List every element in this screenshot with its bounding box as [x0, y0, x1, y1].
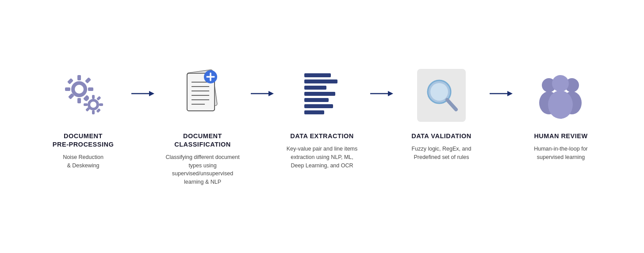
- svg-rect-2: [77, 98, 81, 103]
- step-title-classification: DOCUMENT CLASSIFICATION: [174, 132, 231, 149]
- svg-rect-10: [92, 95, 95, 99]
- svg-rect-13: [99, 103, 103, 106]
- svg-rect-42: [304, 79, 337, 83]
- icon-area-validation: [415, 67, 468, 124]
- search-background: [417, 69, 466, 122]
- step-desc-classification: Classifying different document types usi…: [165, 153, 240, 186]
- magnifier-icon: [422, 73, 461, 117]
- svg-rect-46: [304, 104, 333, 108]
- arrow-2: [247, 89, 278, 98]
- icon-area-classification: [176, 67, 229, 124]
- arrow-4: [486, 89, 517, 98]
- svg-rect-4: [88, 87, 93, 91]
- people-icon: [537, 71, 585, 120]
- pipeline-diagram: DOCUMENT PRE-PROCESSING Noise Reduction …: [0, 53, 644, 200]
- svg-rect-44: [304, 92, 335, 96]
- svg-rect-41: [304, 73, 331, 77]
- svg-rect-47: [304, 110, 324, 114]
- svg-rect-5: [67, 78, 73, 84]
- step-title-validation: DATA VALIDATION: [411, 132, 472, 140]
- step-title-extraction: DATA EXTRACTION: [290, 132, 353, 140]
- step-data-validation: DATA VALIDATION Fuzzy logic, RegEx, and …: [397, 67, 486, 161]
- svg-rect-45: [304, 98, 329, 102]
- gears-icon: [59, 71, 107, 120]
- svg-rect-3: [65, 87, 70, 91]
- document-plus-icon: [180, 69, 225, 122]
- data-lines-icon: [300, 69, 344, 122]
- svg-rect-17: [96, 96, 101, 101]
- svg-point-51: [430, 83, 448, 101]
- step-doc-classification: DOCUMENT CLASSIFICATION Classifying diff…: [158, 67, 247, 186]
- svg-point-60: [548, 91, 573, 119]
- icon-area-extraction: [295, 67, 349, 124]
- svg-rect-8: [85, 77, 91, 83]
- step-doc-preprocessing: DOCUMENT PRE-PROCESSING Noise Reduction …: [39, 67, 127, 170]
- step-desc-extraction: Key-value pair and line items extraction…: [284, 145, 360, 170]
- svg-rect-12: [84, 103, 88, 106]
- step-desc-preprocessing: Noise Reduction & Deskewing: [63, 153, 104, 170]
- svg-point-59: [552, 75, 569, 92]
- step-title-preprocessing: DOCUMENT PRE-PROCESSING: [53, 132, 114, 149]
- svg-rect-11: [92, 110, 95, 114]
- svg-marker-49: [388, 91, 393, 96]
- svg-rect-43: [304, 86, 326, 90]
- svg-rect-1: [77, 75, 81, 80]
- svg-marker-54: [507, 91, 513, 96]
- step-desc-validation: Fuzzy logic, RegEx, and Predefined set o…: [404, 145, 479, 162]
- arrow-1: [127, 89, 158, 98]
- svg-marker-19: [149, 91, 154, 96]
- svg-point-0: [73, 83, 85, 95]
- icon-area-preprocessing: [57, 67, 110, 124]
- svg-point-9: [89, 100, 98, 109]
- step-title-review: HUMAN REVIEW: [534, 132, 587, 140]
- step-desc-review: Human-in-the-loop for supervised learnin…: [523, 145, 598, 162]
- step-data-extraction: DATA EXTRACTION Key-value pair and line …: [278, 67, 366, 170]
- svg-line-52: [447, 100, 456, 110]
- step-human-review: HUMAN REVIEW Human-in-the-loop for super…: [517, 67, 605, 161]
- icon-area-review: [534, 67, 587, 124]
- arrow-3: [366, 89, 397, 98]
- svg-marker-40: [268, 91, 274, 96]
